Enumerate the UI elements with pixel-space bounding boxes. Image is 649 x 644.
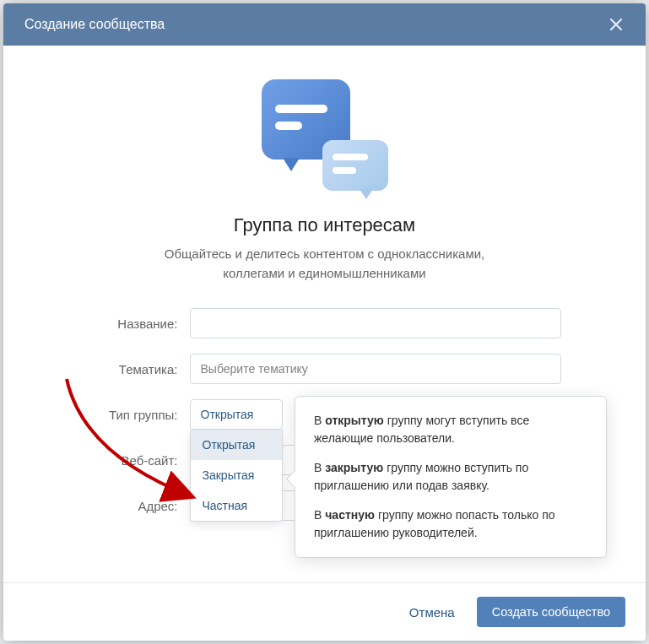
type-selected-value: Открытая — [201, 408, 254, 421]
hero: Группа по интересам Общайтесь и делитесь… — [29, 79, 620, 283]
modal-body: Группа по интересам Общайтесь и делитесь… — [3, 46, 646, 582]
website-label: Веб-сайт: — [89, 453, 190, 468]
name-input[interactable] — [190, 308, 561, 338]
hero-title: Группа по интересам — [29, 214, 620, 236]
row-name: Название: — [89, 308, 561, 338]
topic-label: Тематика: — [89, 362, 190, 376]
modal-header: Создание сообщества — [3, 3, 646, 46]
tooltip-open: В открытую группу могут вступить все жел… — [314, 412, 587, 447]
create-community-modal: Создание сообщества Группа по интересам … — [3, 3, 646, 641]
tooltip-closed: В закрытую группу можно вступить по приг… — [314, 459, 587, 495]
cancel-button[interactable]: Отмена — [399, 598, 465, 626]
hero-subtitle: Общайтесь и делитесь контентом с однокла… — [139, 245, 511, 283]
type-option-open[interactable]: Открытая — [191, 430, 282, 460]
modal-footer: Отмена Создать сообщество — [3, 582, 646, 641]
modal-title: Создание сообщества — [24, 17, 165, 32]
type-option-closed[interactable]: Закрытая — [191, 460, 282, 490]
row-topic: Тематика: — [89, 354, 561, 384]
address-label: Адрес: — [89, 499, 190, 513]
topic-select[interactable] — [190, 354, 561, 384]
name-label: Название: — [89, 317, 190, 331]
type-select[interactable]: Открытая — [190, 399, 283, 430]
type-option-private[interactable]: Частная — [191, 490, 282, 521]
type-dropdown: Открытая Закрытая Частная — [190, 430, 283, 522]
chat-bubbles-icon — [262, 79, 388, 198]
close-button[interactable] — [608, 16, 625, 33]
tooltip-private: В частную группу можно попасть только по… — [314, 506, 587, 542]
type-tooltip: В открытую группу могут вступить все жел… — [295, 396, 607, 558]
submit-button[interactable]: Создать сообщество — [477, 597, 625, 627]
type-label: Тип группы: — [89, 408, 190, 422]
close-icon — [609, 18, 623, 31]
